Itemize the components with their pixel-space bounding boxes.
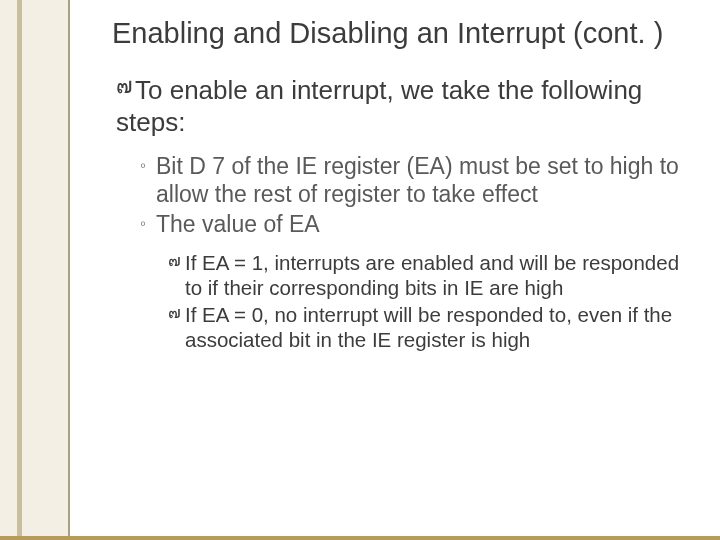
bullet-level3-text: If EA = 1, interrupts are enabled and wi…: [185, 250, 692, 300]
bullet-level3-text: If EA = 0, no interrupt will be responde…: [185, 302, 692, 352]
ring-bullet-icon: ◦: [140, 156, 146, 208]
bullet-level2-item: ◦ The value of EA: [140, 210, 692, 238]
bullet-level3-item: ๗ If EA = 0, no interrupt will be respon…: [168, 302, 692, 352]
script-bullet-icon: ๗: [116, 75, 133, 97]
decorative-left-strip: [0, 0, 70, 540]
bullet-level1: ๗To enable an interrupt, we take the fol…: [112, 75, 692, 138]
decorative-bottom-strip: [0, 536, 720, 540]
ring-bullet-icon: ◦: [140, 214, 146, 238]
script-bullet-icon: ๗: [168, 304, 181, 352]
slide-content: Enabling and Disabling an Interrupt (con…: [70, 0, 720, 536]
bullet-level2-item: ◦ Bit D 7 of the IE register (EA) must b…: [140, 152, 692, 208]
script-bullet-icon: ๗: [168, 252, 181, 300]
slide-title: Enabling and Disabling an Interrupt (con…: [112, 16, 692, 51]
bullet-level2-text: Bit D 7 of the IE register (EA) must be …: [156, 152, 692, 208]
bullet-level2-group: ◦ Bit D 7 of the IE register (EA) must b…: [140, 152, 692, 238]
bullet-level1-text: To enable an interrupt, we take the foll…: [116, 75, 642, 137]
bullet-level2-text: The value of EA: [156, 210, 320, 238]
bullet-level3-group: ๗ If EA = 1, interrupts are enabled and …: [168, 250, 692, 352]
bullet-level3-item: ๗ If EA = 1, interrupts are enabled and …: [168, 250, 692, 300]
